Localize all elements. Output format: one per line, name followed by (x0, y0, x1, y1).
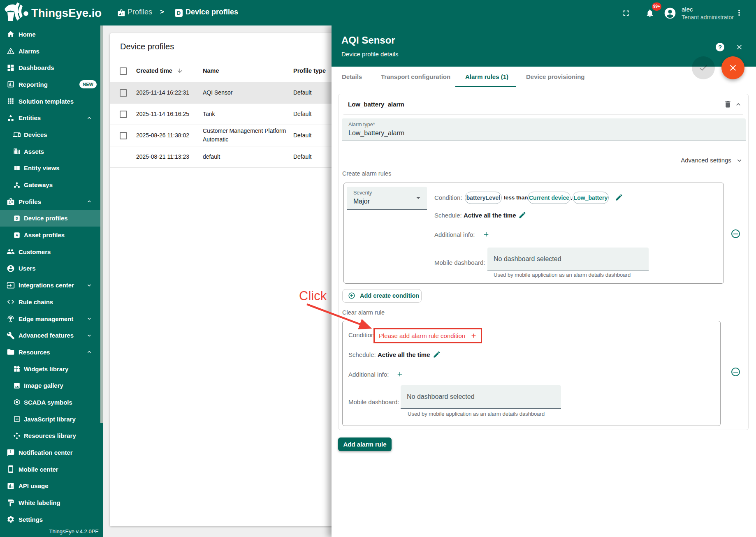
svg-text:A: A (16, 234, 18, 237)
svg-text:D: D (16, 217, 18, 220)
svg-text:JS: JS (15, 419, 18, 421)
